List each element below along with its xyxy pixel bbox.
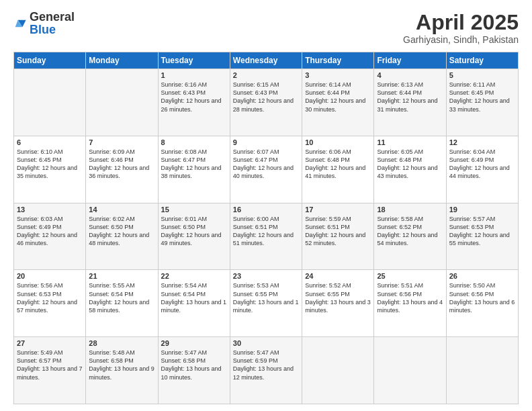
- day-number: 2: [233, 71, 299, 79]
- day-number: 30: [233, 339, 299, 347]
- calendar-cell: 13Sunrise: 6:03 AMSunset: 6:49 PMDayligh…: [14, 203, 86, 270]
- day-detail: Sunrise: 5:55 AMSunset: 6:54 PMDaylight:…: [89, 281, 154, 314]
- day-detail: Sunrise: 5:47 AMSunset: 6:58 PMDaylight:…: [161, 349, 227, 381]
- day-detail: Sunrise: 5:50 AMSunset: 6:56 PMDaylight:…: [449, 281, 515, 314]
- calendar-cell: 1Sunrise: 6:16 AMSunset: 6:43 PMDaylight…: [158, 69, 230, 136]
- day-detail: Sunrise: 6:13 AMSunset: 6:44 PMDaylight:…: [377, 81, 443, 113]
- week-row-1: 1Sunrise: 6:16 AMSunset: 6:43 PMDaylight…: [14, 69, 519, 136]
- main-title: April 2025: [403, 11, 519, 34]
- calendar-cell: 10Sunrise: 6:06 AMSunset: 6:48 PMDayligh…: [302, 136, 374, 203]
- calendar-cell: [302, 337, 374, 404]
- day-detail: Sunrise: 6:00 AMSunset: 6:51 PMDaylight:…: [233, 215, 299, 248]
- day-detail: Sunrise: 6:11 AMSunset: 6:45 PMDaylight:…: [449, 81, 515, 113]
- calendar-cell: 14Sunrise: 6:02 AMSunset: 6:50 PMDayligh…: [86, 203, 158, 270]
- calendar-cell: 15Sunrise: 6:01 AMSunset: 6:50 PMDayligh…: [158, 203, 230, 270]
- day-detail: Sunrise: 5:57 AMSunset: 6:53 PMDaylight:…: [449, 215, 515, 248]
- calendar-cell: 4Sunrise: 6:13 AMSunset: 6:44 PMDaylight…: [374, 69, 446, 136]
- day-detail: Sunrise: 6:01 AMSunset: 6:50 PMDaylight:…: [161, 215, 227, 248]
- day-number: 8: [161, 138, 227, 146]
- calendar-cell: 16Sunrise: 6:00 AMSunset: 6:51 PMDayligh…: [230, 203, 302, 270]
- header: General Blue April 2025 Garhiyasin, Sind…: [13, 11, 519, 45]
- calendar-cell: 3Sunrise: 6:14 AMSunset: 6:44 PMDaylight…: [302, 69, 374, 136]
- day-number: 23: [233, 272, 299, 280]
- calendar-cell: [446, 337, 518, 404]
- day-number: 13: [17, 205, 83, 214]
- day-detail: Sunrise: 5:56 AMSunset: 6:53 PMDaylight:…: [17, 281, 83, 314]
- day-detail: Sunrise: 6:07 AMSunset: 6:47 PMDaylight:…: [233, 148, 299, 181]
- day-detail: Sunrise: 6:09 AMSunset: 6:46 PMDaylight:…: [89, 148, 154, 181]
- day-number: 5: [449, 71, 515, 79]
- calendar-cell: [86, 69, 158, 136]
- calendar-cell: 6Sunrise: 6:10 AMSunset: 6:45 PMDaylight…: [14, 136, 86, 203]
- calendar-cell: 18Sunrise: 5:58 AMSunset: 6:52 PMDayligh…: [374, 203, 446, 270]
- calendar-table: SundayMondayTuesdayWednesdayThursdayFrid…: [13, 52, 519, 404]
- calendar-cell: 23Sunrise: 5:53 AMSunset: 6:55 PMDayligh…: [230, 270, 302, 337]
- calendar-cell: 7Sunrise: 6:09 AMSunset: 6:46 PMDaylight…: [86, 136, 158, 203]
- day-detail: Sunrise: 5:51 AMSunset: 6:56 PMDaylight:…: [377, 281, 443, 314]
- day-header-wednesday: Wednesday: [230, 52, 302, 69]
- week-row-5: 27Sunrise: 5:49 AMSunset: 6:57 PMDayligh…: [14, 337, 519, 404]
- calendar-cell: 11Sunrise: 6:05 AMSunset: 6:48 PMDayligh…: [374, 136, 446, 203]
- day-header-sunday: Sunday: [14, 52, 86, 69]
- calendar-cell: 30Sunrise: 5:47 AMSunset: 6:59 PMDayligh…: [230, 337, 302, 404]
- day-detail: Sunrise: 6:16 AMSunset: 6:43 PMDaylight:…: [161, 81, 227, 113]
- logo-icon: [13, 17, 27, 30]
- header-row: SundayMondayTuesdayWednesdayThursdayFrid…: [14, 52, 519, 69]
- day-number: 17: [305, 205, 371, 214]
- day-detail: Sunrise: 6:10 AMSunset: 6:45 PMDaylight:…: [17, 148, 83, 181]
- week-row-3: 13Sunrise: 6:03 AMSunset: 6:49 PMDayligh…: [14, 203, 519, 270]
- logo-text-general: General: [30, 10, 75, 24]
- calendar-cell: 29Sunrise: 5:47 AMSunset: 6:58 PMDayligh…: [158, 337, 230, 404]
- calendar-cell: 9Sunrise: 6:07 AMSunset: 6:47 PMDaylight…: [230, 136, 302, 203]
- title-block: April 2025 Garhiyasin, Sindh, Pakistan: [403, 11, 519, 45]
- day-number: 29: [161, 339, 227, 347]
- day-number: 20: [17, 272, 83, 280]
- calendar-cell: 24Sunrise: 5:52 AMSunset: 6:55 PMDayligh…: [302, 270, 374, 337]
- day-detail: Sunrise: 6:04 AMSunset: 6:49 PMDaylight:…: [449, 148, 515, 181]
- day-number: 11: [377, 138, 443, 146]
- day-number: 12: [449, 138, 515, 146]
- day-number: 7: [89, 138, 154, 146]
- day-number: 27: [17, 339, 83, 347]
- day-number: 24: [305, 272, 371, 280]
- calendar-cell: [374, 337, 446, 404]
- day-number: 6: [17, 138, 83, 146]
- subtitle: Garhiyasin, Sindh, Pakistan: [403, 34, 519, 45]
- calendar-cell: 22Sunrise: 5:54 AMSunset: 6:54 PMDayligh…: [158, 270, 230, 337]
- day-number: 4: [377, 71, 443, 79]
- day-detail: Sunrise: 5:49 AMSunset: 6:57 PMDaylight:…: [17, 349, 83, 381]
- day-detail: Sunrise: 5:53 AMSunset: 6:55 PMDaylight:…: [233, 281, 299, 314]
- day-detail: Sunrise: 5:52 AMSunset: 6:55 PMDaylight:…: [305, 281, 371, 314]
- day-number: 1: [161, 71, 227, 79]
- day-header-saturday: Saturday: [446, 52, 518, 69]
- day-detail: Sunrise: 6:15 AMSunset: 6:43 PMDaylight:…: [233, 81, 299, 113]
- day-number: 10: [305, 138, 371, 146]
- calendar-cell: 25Sunrise: 5:51 AMSunset: 6:56 PMDayligh…: [374, 270, 446, 337]
- week-row-2: 6Sunrise: 6:10 AMSunset: 6:45 PMDaylight…: [14, 136, 519, 203]
- calendar-cell: 12Sunrise: 6:04 AMSunset: 6:49 PMDayligh…: [446, 136, 518, 203]
- day-detail: Sunrise: 6:06 AMSunset: 6:48 PMDaylight:…: [305, 148, 371, 181]
- day-number: 25: [377, 272, 443, 280]
- day-header-tuesday: Tuesday: [158, 52, 230, 69]
- day-detail: Sunrise: 5:59 AMSunset: 6:51 PMDaylight:…: [305, 215, 371, 248]
- calendar-cell: 26Sunrise: 5:50 AMSunset: 6:56 PMDayligh…: [446, 270, 518, 337]
- day-header-friday: Friday: [374, 52, 446, 69]
- calendar-cell: 17Sunrise: 5:59 AMSunset: 6:51 PMDayligh…: [302, 203, 374, 270]
- day-detail: Sunrise: 5:48 AMSunset: 6:58 PMDaylight:…: [89, 349, 154, 381]
- day-detail: Sunrise: 6:05 AMSunset: 6:48 PMDaylight:…: [377, 148, 443, 181]
- calendar-cell: 5Sunrise: 6:11 AMSunset: 6:45 PMDaylight…: [446, 69, 518, 136]
- calendar-cell: [14, 69, 86, 136]
- day-number: 28: [89, 339, 154, 347]
- day-detail: Sunrise: 5:58 AMSunset: 6:52 PMDaylight:…: [377, 215, 443, 248]
- logo: General Blue: [13, 11, 75, 36]
- calendar-cell: 2Sunrise: 6:15 AMSunset: 6:43 PMDaylight…: [230, 69, 302, 136]
- day-detail: Sunrise: 6:03 AMSunset: 6:49 PMDaylight:…: [17, 215, 83, 248]
- calendar-cell: 28Sunrise: 5:48 AMSunset: 6:58 PMDayligh…: [86, 337, 158, 404]
- day-detail: Sunrise: 6:02 AMSunset: 6:50 PMDaylight:…: [89, 215, 154, 248]
- logo-text-blue: Blue: [30, 23, 56, 36]
- day-number: 14: [89, 205, 154, 214]
- day-number: 3: [305, 71, 371, 79]
- day-detail: Sunrise: 5:54 AMSunset: 6:54 PMDaylight:…: [161, 281, 227, 314]
- day-number: 22: [161, 272, 227, 280]
- day-number: 26: [449, 272, 515, 280]
